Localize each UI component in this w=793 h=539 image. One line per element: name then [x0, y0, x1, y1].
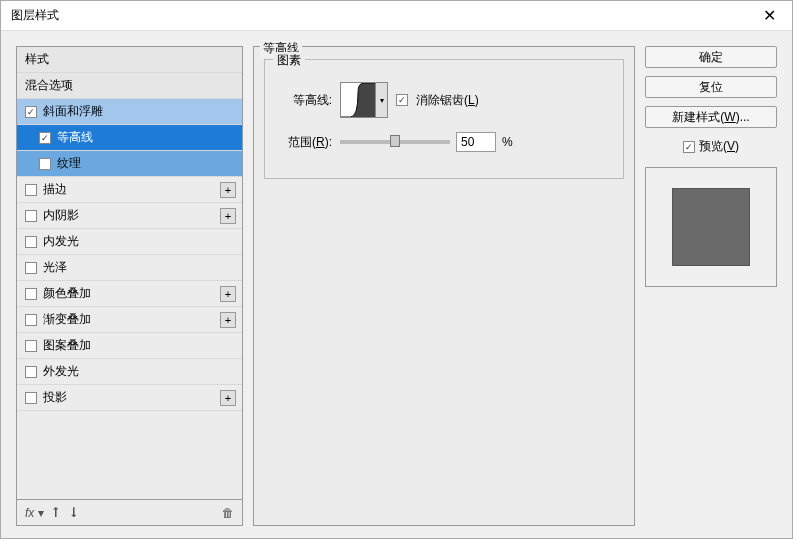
- fieldset-title: 图素: [273, 52, 305, 69]
- check-pattern-overlay[interactable]: [25, 340, 37, 352]
- inner-shadow-label: 内阴影: [43, 207, 220, 224]
- contour-row: 等高线: ▾ 消除锯齿(L): [277, 82, 611, 118]
- styles-left-panel: 样式 混合选项 斜面和浮雕 等高线 纹理: [16, 46, 243, 526]
- preview-box: [645, 167, 777, 287]
- preview-swatch: [672, 188, 750, 266]
- antialias-checkbox[interactable]: [396, 94, 408, 106]
- check-color-overlay[interactable]: [25, 288, 37, 300]
- titlebar: 图层样式 ✕: [1, 1, 792, 31]
- dialog-title: 图层样式: [11, 7, 59, 24]
- range-input[interactable]: [456, 132, 496, 152]
- gradient-overlay-label: 渐变叠加: [43, 311, 220, 328]
- row-blend-options[interactable]: 混合选项: [17, 73, 242, 99]
- add-drop-shadow-button[interactable]: +: [220, 390, 236, 406]
- add-gradient-overlay-button[interactable]: +: [220, 312, 236, 328]
- check-outer-glow[interactable]: [25, 366, 37, 378]
- stroke-label: 描边: [43, 181, 220, 198]
- drop-shadow-label: 投影: [43, 389, 220, 406]
- blend-options-label: 混合选项: [25, 77, 236, 94]
- check-inner-shadow[interactable]: [25, 210, 37, 222]
- check-contour[interactable]: [39, 132, 51, 144]
- antialias-label: 消除锯齿(L): [416, 92, 479, 109]
- percent-label: %: [502, 135, 513, 149]
- styles-header-label: 样式: [25, 51, 236, 68]
- fx-menu-icon[interactable]: fx ▾: [25, 506, 44, 520]
- check-bevel[interactable]: [25, 106, 37, 118]
- reset-button[interactable]: 复位: [645, 76, 777, 98]
- move-up-icon[interactable]: 🠕: [50, 506, 62, 520]
- inner-glow-label: 内发光: [43, 233, 236, 250]
- range-slider[interactable]: [340, 140, 450, 144]
- ok-button[interactable]: 确定: [645, 46, 777, 68]
- check-inner-glow[interactable]: [25, 236, 37, 248]
- range-row: 范围(R): %: [277, 132, 611, 152]
- settings-panel: 等高线 图素 等高线: ▾ 消除锯齿(L) 范围(R):: [253, 46, 635, 526]
- dialog-body: 样式 混合选项 斜面和浮雕 等高线 纹理: [1, 31, 792, 538]
- outer-glow-label: 外发光: [43, 363, 236, 380]
- texture-label: 纹理: [57, 155, 236, 172]
- row-bevel-emboss[interactable]: 斜面和浮雕: [17, 99, 242, 125]
- row-satin[interactable]: 光泽: [17, 255, 242, 281]
- row-pattern-overlay[interactable]: 图案叠加: [17, 333, 242, 359]
- row-stroke[interactable]: 描边 +: [17, 177, 242, 203]
- contour-label: 等高线: [57, 129, 236, 146]
- row-drop-shadow[interactable]: 投影 +: [17, 385, 242, 411]
- check-drop-shadow[interactable]: [25, 392, 37, 404]
- row-color-overlay[interactable]: 颜色叠加 +: [17, 281, 242, 307]
- row-outer-glow[interactable]: 外发光: [17, 359, 242, 385]
- preview-checkbox[interactable]: [683, 141, 695, 153]
- bevel-label: 斜面和浮雕: [43, 103, 236, 120]
- styles-list: 样式 混合选项 斜面和浮雕 等高线 纹理: [16, 46, 243, 500]
- layer-style-dialog: 图层样式 ✕ 样式 混合选项 斜面和浮雕 等高线: [0, 0, 793, 539]
- check-stroke[interactable]: [25, 184, 37, 196]
- move-down-icon[interactable]: 🠗: [68, 506, 80, 520]
- row-inner-glow[interactable]: 内发光: [17, 229, 242, 255]
- preview-toggle[interactable]: 预览(V): [645, 138, 777, 155]
- trash-icon[interactable]: 🗑: [222, 506, 234, 520]
- contour-thumbnail[interactable]: [340, 82, 376, 118]
- pattern-overlay-label: 图案叠加: [43, 337, 236, 354]
- row-inner-shadow[interactable]: 内阴影 +: [17, 203, 242, 229]
- elements-fieldset: 图素 等高线: ▾ 消除锯齿(L) 范围(R):: [264, 59, 624, 179]
- add-inner-shadow-button[interactable]: +: [220, 208, 236, 224]
- styles-footer: fx ▾ 🠕 🠗 🗑: [16, 500, 243, 526]
- preview-label: 预览(V): [699, 138, 739, 155]
- color-overlay-label: 颜色叠加: [43, 285, 220, 302]
- row-contour[interactable]: 等高线: [17, 125, 242, 151]
- contour-dropdown-icon[interactable]: ▾: [376, 82, 388, 118]
- contour-field-label: 等高线:: [277, 92, 332, 109]
- row-gradient-overlay[interactable]: 渐变叠加 +: [17, 307, 242, 333]
- add-color-overlay-button[interactable]: +: [220, 286, 236, 302]
- check-gradient-overlay[interactable]: [25, 314, 37, 326]
- add-stroke-button[interactable]: +: [220, 182, 236, 198]
- row-styles-header[interactable]: 样式: [17, 47, 242, 73]
- check-satin[interactable]: [25, 262, 37, 274]
- close-button[interactable]: ✕: [747, 1, 792, 31]
- new-style-button[interactable]: 新建样式(W)...: [645, 106, 777, 128]
- row-texture[interactable]: 纹理: [17, 151, 242, 177]
- slider-thumb-icon[interactable]: [390, 135, 400, 147]
- range-field-label: 范围(R):: [277, 134, 332, 151]
- action-panel: 确定 复位 新建样式(W)... 预览(V): [645, 46, 777, 526]
- check-texture[interactable]: [39, 158, 51, 170]
- satin-label: 光泽: [43, 259, 236, 276]
